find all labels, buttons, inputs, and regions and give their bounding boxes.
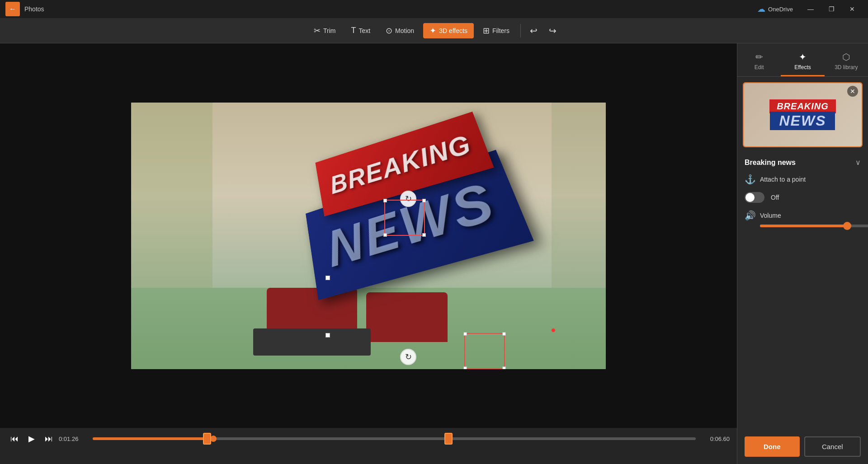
edit-tab-icon: ✏ (755, 52, 763, 62)
trim-label: Trim (323, 27, 335, 34)
app-header: ← Photos ☁ OneDrive — ❐ ✕ (0, 0, 868, 18)
toolbar: ✂ Trim T Text ⊙ Motion ✦ 3D effects ⊞ Fi… (0, 18, 868, 43)
video-area: BREAKING NEWS ↻ ↻ (0, 43, 737, 464)
text-label: Text (359, 27, 370, 34)
onedrive-cloud-icon: ☁ (757, 4, 765, 14)
motion-button[interactable]: ⊙ Motion (379, 23, 420, 38)
toggle-state-label: Off (771, 194, 779, 201)
play-button[interactable]: ▶ (24, 431, 39, 446)
timeline-progress (93, 437, 213, 440)
effect-card-close-button[interactable]: ✕ (847, 86, 858, 97)
effect-title: Breaking news (745, 159, 796, 167)
playback-bar: ⏮ ▶ ⏭ 0:01.26 0:06.60 (0, 428, 737, 464)
attach-option-row: ⚓ Attach to a point (745, 174, 861, 185)
motion-icon: ⊙ (386, 26, 392, 36)
effect-header: Breaking news ∨ (745, 158, 861, 167)
tab-3d-library[interactable]: ⬡ 3D library (825, 47, 868, 76)
volume-slider-thumb[interactable] (843, 222, 851, 230)
toggle-option-row: Off (745, 192, 861, 203)
volume-label: Volume (760, 212, 781, 219)
filters-button[interactable]: ⊞ Filters (476, 23, 516, 38)
volume-icon: 🔊 (745, 210, 755, 221)
skip-forward-button[interactable]: ⏭ (42, 431, 56, 446)
effects-button[interactable]: ✦ 3D effects (423, 23, 474, 38)
preview-news-text: NEWS (770, 112, 835, 130)
onedrive-label: OneDrive (768, 6, 793, 13)
effect-preview: BREAKING NEWS ✕ (744, 83, 862, 146)
trim-icon: ✂ (314, 26, 321, 36)
undo-button[interactable]: ↩ (525, 23, 542, 39)
panel-bottom: Done Cancel (737, 429, 868, 464)
filters-label: Filters (492, 27, 509, 34)
effects-icon: ✦ (429, 26, 436, 36)
effects-tab-icon: ✦ (799, 52, 807, 62)
effects-label: 3D effects (439, 27, 467, 34)
panel-tabs: ✏ Edit ✦ Effects ⬡ 3D library (737, 43, 868, 77)
effects-tab-label: Effects (794, 64, 811, 70)
filters-icon: ⊞ (483, 26, 490, 36)
volume-slider-track[interactable] (760, 225, 868, 227)
chevron-down-icon[interactable]: ∨ (855, 158, 861, 167)
seat-bottom (253, 328, 371, 356)
close-button[interactable]: ✕ (842, 2, 863, 16)
volume-row: 🔊 Volume (745, 210, 861, 227)
edit-tab-label: Edit (755, 64, 764, 70)
cancel-button[interactable]: Cancel (804, 436, 861, 457)
tab-edit[interactable]: ✏ Edit (737, 47, 781, 76)
edge-handle-left (326, 276, 330, 280)
right-panel: ✏ Edit ✦ Effects ⬡ 3D library BREAKING N… (737, 43, 868, 464)
done-button[interactable]: Done (745, 436, 800, 457)
playback-controls: ⏮ ▶ ⏭ 0:01.26 (7, 431, 84, 446)
motion-label: Motion (395, 27, 414, 34)
timeline-row: ⏮ ▶ ⏭ 0:01.26 0:06.60 (7, 431, 730, 446)
rotate-handle-top[interactable]: ↻ (400, 191, 416, 207)
main-content: BREAKING NEWS ↻ ↻ (0, 43, 868, 464)
minimize-button[interactable]: — (800, 2, 821, 16)
toggle-switch[interactable] (745, 192, 764, 203)
maximize-button[interactable]: ❐ (821, 2, 842, 16)
red-point (552, 328, 555, 332)
seat-back-2 (366, 292, 448, 342)
library-tab-label: 3D library (835, 64, 858, 70)
toolbar-separator (520, 24, 521, 37)
timeline-marker-start[interactable] (203, 433, 211, 445)
text-button[interactable]: T Text (344, 23, 377, 38)
preview-breaking-news: BREAKING NEWS (769, 99, 836, 130)
effect-options: Breaking news ∨ ⚓ Attach to a point Off … (737, 153, 868, 233)
skip-back-button[interactable]: ⏮ (7, 431, 22, 446)
timeline-track[interactable] (93, 437, 696, 440)
library-tab-icon: ⬡ (842, 52, 850, 62)
volume-slider-fill (760, 225, 847, 227)
text-icon: T (351, 26, 356, 35)
volume-header: 🔊 Volume (745, 210, 861, 221)
effect-card: BREAKING NEWS ✕ (743, 82, 863, 147)
total-time: 0:06.60 (705, 436, 730, 442)
app-title: Photos (24, 5, 44, 13)
trim-button[interactable]: ✂ Trim (307, 23, 342, 38)
redo-button[interactable]: ↪ (544, 23, 561, 39)
titlebar-right: ☁ OneDrive — ❐ ✕ (757, 2, 863, 16)
timeline-marker-end[interactable] (444, 433, 453, 445)
toggle-knob (745, 193, 755, 202)
onedrive-indicator: ☁ OneDrive (757, 4, 793, 14)
rotate-handle-bottom[interactable]: ↻ (400, 349, 416, 365)
edge-handle-bottom-left (326, 333, 330, 337)
back-button[interactable]: ← (5, 2, 20, 16)
video-scene[interactable]: BREAKING NEWS ↻ ↻ (131, 103, 606, 369)
current-time: 0:01.26 (59, 436, 84, 442)
video-container: BREAKING NEWS ↻ ↻ (0, 43, 737, 428)
tab-effects[interactable]: ✦ Effects (781, 47, 824, 76)
anchor-icon: ⚓ (745, 174, 755, 185)
attach-label: Attach to a point (760, 176, 806, 183)
